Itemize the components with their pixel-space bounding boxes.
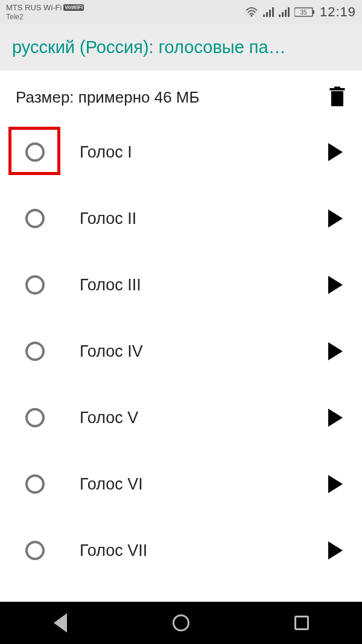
svg-rect-12 <box>331 91 343 106</box>
svg-rect-2 <box>266 12 268 17</box>
voice-item[interactable]: Голос VII <box>0 517 362 584</box>
signal-icon-2 <box>279 7 290 17</box>
voice-radio[interactable] <box>25 474 45 494</box>
voice-item[interactable]: Голос III <box>0 252 362 318</box>
svg-rect-8 <box>288 7 290 17</box>
voice-item[interactable]: Голос II <box>0 185 362 252</box>
voice-radio[interactable] <box>25 142 45 162</box>
voice-radio[interactable] <box>25 342 45 361</box>
svg-rect-14 <box>334 87 340 89</box>
play-button[interactable] <box>328 409 343 427</box>
trash-icon <box>328 86 346 108</box>
play-button[interactable] <box>328 475 343 493</box>
voice-radio[interactable] <box>25 275 45 295</box>
size-row: Размер: примерно 46 МБ <box>0 71 362 119</box>
svg-rect-5 <box>279 14 281 17</box>
voice-item[interactable]: Голос IV <box>0 318 362 384</box>
battery-icon: 35 <box>294 7 315 18</box>
svg-rect-3 <box>269 10 271 17</box>
voice-label: Голос VII <box>48 541 328 560</box>
svg-rect-1 <box>263 14 265 17</box>
voice-radio-wrap <box>22 537 48 564</box>
vowifi-badge: VoWiFi <box>63 4 84 11</box>
nav-recent-button[interactable] <box>284 611 320 635</box>
delete-button[interactable] <box>328 86 346 108</box>
voice-label: Голос V <box>48 409 328 427</box>
svg-text:35: 35 <box>300 9 307 16</box>
voice-item[interactable]: Голос VI <box>0 451 362 517</box>
svg-point-0 <box>250 15 252 17</box>
home-icon <box>173 614 189 631</box>
voice-radio-wrap <box>22 404 48 431</box>
voice-radio-wrap <box>22 205 48 232</box>
voice-item[interactable]: Голос V <box>0 384 362 451</box>
carrier-text-1: MTS RUS Wi-Fi <box>6 3 62 13</box>
app-header: русский (Россия): голосовые па… <box>0 24 362 71</box>
voice-radio-wrap <box>22 139 48 165</box>
svg-rect-13 <box>330 88 345 91</box>
voice-label: Голос II <box>48 209 328 228</box>
wifi-icon <box>245 7 258 18</box>
voice-radio[interactable] <box>25 408 45 427</box>
svg-rect-6 <box>282 12 284 17</box>
play-button[interactable] <box>328 541 343 560</box>
nav-bar <box>0 602 362 644</box>
status-right: 35 12:19 <box>245 4 356 20</box>
voice-radio-wrap <box>22 272 48 298</box>
svg-rect-4 <box>272 7 274 17</box>
voice-label: Голос III <box>48 276 328 295</box>
voice-radio[interactable] <box>25 541 45 560</box>
status-bar: MTS RUS Wi-Fi VoWiFi Tele2 35 12:19 <box>0 0 362 24</box>
voice-radio[interactable] <box>25 209 45 228</box>
voice-label: Голос VI <box>48 475 328 494</box>
voice-radio-wrap <box>22 338 48 365</box>
back-icon <box>54 613 67 633</box>
signal-icon-1 <box>263 7 274 17</box>
svg-rect-7 <box>285 10 287 17</box>
page-title: русский (Россия): голосовые па… <box>12 37 350 57</box>
voice-list: Голос IГолос IIГолос IIIГолос IVГолос VГ… <box>0 119 362 584</box>
voice-item[interactable]: Голос I <box>0 119 362 185</box>
svg-rect-10 <box>313 10 314 14</box>
recent-icon <box>294 616 309 630</box>
status-time: 12:19 <box>320 4 356 20</box>
nav-home-button[interactable] <box>163 611 199 635</box>
size-text: Размер: примерно 46 МБ <box>16 88 200 107</box>
voice-label: Голос IV <box>48 342 328 361</box>
play-button[interactable] <box>328 209 343 228</box>
voice-label: Голос I <box>48 143 328 162</box>
voice-radio-wrap <box>22 471 48 497</box>
play-button[interactable] <box>328 342 343 360</box>
status-left: MTS RUS Wi-Fi VoWiFi Tele2 <box>6 3 84 21</box>
carrier-text-2: Tele2 <box>6 13 84 21</box>
play-button[interactable] <box>328 143 343 161</box>
play-button[interactable] <box>328 276 343 294</box>
nav-back-button[interactable] <box>42 611 78 635</box>
